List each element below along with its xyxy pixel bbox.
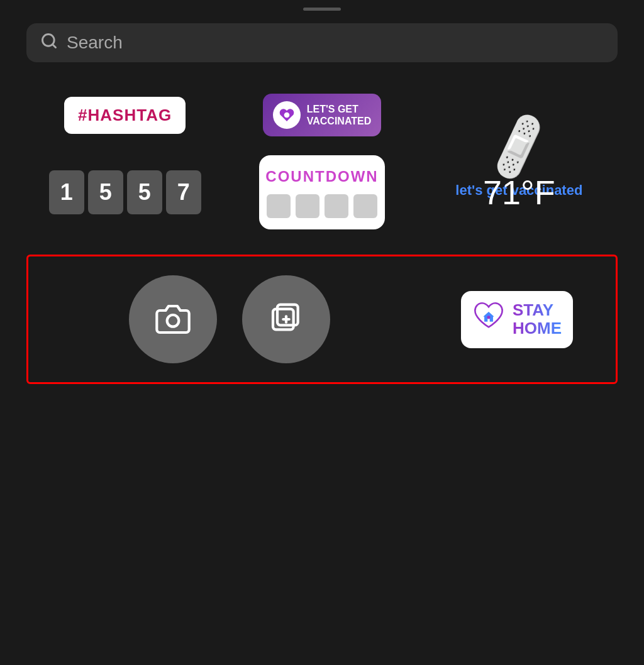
- stay-home-text: STAY HOME: [513, 301, 562, 337]
- countdown-block-1: [267, 194, 291, 218]
- countdown-blocks: [267, 194, 377, 218]
- svg-point-8: [487, 316, 490, 319]
- clock-digit-2: 5: [88, 170, 123, 214]
- bottom-action-section: STAY HOME: [26, 255, 618, 384]
- search-placeholder: Search: [67, 33, 123, 53]
- svg-line-1: [52, 44, 55, 47]
- vaccinated-box[interactable]: LET'S GET VACCINATED: [263, 94, 382, 136]
- vaccinated-sticker[interactable]: LET'S GET VACCINATED: [223, 81, 420, 149]
- hashtag-sticker[interactable]: #HASHTAG: [26, 81, 223, 149]
- countdown-block-4: [353, 194, 377, 218]
- svg-point-3: [167, 315, 179, 327]
- gallery-add-icon: [269, 302, 304, 337]
- stay-home-sticker[interactable]: STAY HOME: [431, 291, 603, 348]
- svg-point-2: [284, 113, 289, 118]
- countdown-box[interactable]: COUNTDOWN: [259, 155, 385, 229]
- clock-display: 1 5 5 7: [49, 170, 201, 214]
- countdown-sticker[interactable]: COUNTDOWN: [223, 149, 420, 236]
- clock-digit-1: 1: [49, 170, 84, 214]
- search-icon: [40, 32, 58, 54]
- stay-home-icon: [472, 300, 505, 339]
- stay-home-box[interactable]: STAY HOME: [461, 291, 573, 348]
- gallery-add-button[interactable]: [242, 275, 330, 363]
- camera-icon: [155, 302, 191, 337]
- clock-digit-4: 7: [166, 170, 201, 214]
- top-handle: [303, 8, 341, 11]
- clock-sticker[interactable]: 1 5 5 7: [26, 149, 223, 236]
- countdown-block-3: [325, 194, 348, 218]
- countdown-block-2: [296, 194, 319, 218]
- search-bar[interactable]: Search: [26, 23, 618, 62]
- weather-text: 71°F: [483, 173, 555, 212]
- vaccinated-text: LET'S GET VACCINATED: [307, 103, 372, 127]
- clock-digit-3: 5: [127, 170, 162, 214]
- countdown-label: COUNTDOWN: [265, 168, 378, 185]
- heart-icon: [273, 101, 301, 129]
- camera-button[interactable]: [129, 275, 217, 363]
- bottom-buttons: [41, 275, 418, 363]
- sticker-grid: #HASHTAG LET'S GET VACCINATED 🩹 let's ge…: [26, 81, 618, 236]
- hashtag-label: #HASHTAG: [78, 106, 172, 125]
- hashtag-box[interactable]: #HASHTAG: [64, 97, 186, 134]
